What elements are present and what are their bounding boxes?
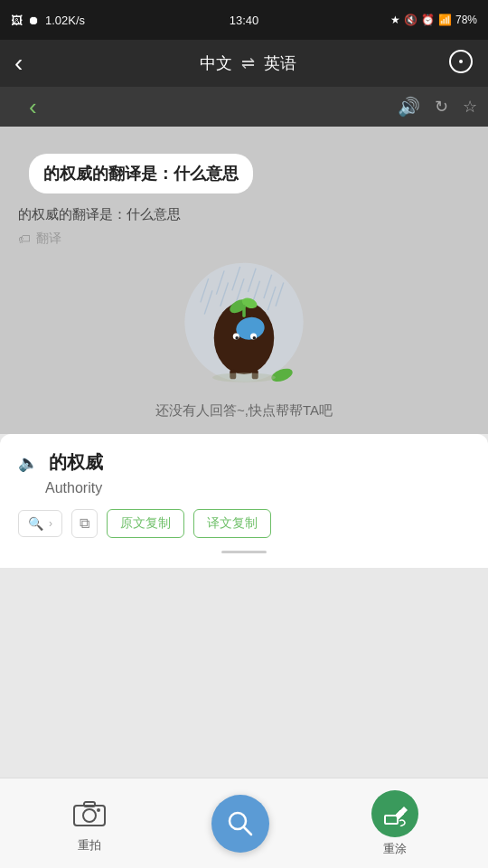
sub-nav-actions: 🔊 ↻ ☆ — [398, 96, 477, 118]
translation-original: 的权威 — [49, 450, 103, 475]
translation-meaning: Authority — [45, 480, 470, 496]
wifi-icon: 📶 — [438, 14, 452, 26]
retake-label: 重拍 — [78, 837, 101, 854]
trans-copy-button[interactable]: 译文复制 — [193, 509, 271, 538]
speaker-icon[interactable]: 🔊 — [398, 96, 420, 118]
retake-icon-wrap — [70, 794, 109, 834]
mute-icon: 🔇 — [404, 14, 418, 26]
empty-text: 还没有人回答~,快点帮帮TA吧 — [155, 402, 333, 420]
svg-point-28 — [83, 809, 96, 822]
svg-point-24 — [253, 336, 257, 340]
original-copy-button[interactable]: 原文复制 — [107, 509, 184, 538]
svg-rect-18 — [242, 305, 246, 317]
svg-rect-29 — [84, 802, 95, 807]
battery-level: 78% — [455, 14, 477, 26]
main-search-button[interactable] — [211, 795, 269, 853]
title-arrow: ⇌ — [241, 53, 255, 73]
card-divider — [221, 551, 267, 553]
back-button[interactable]: ‹ — [14, 49, 47, 78]
bluetooth-icon: ★ — [390, 14, 400, 26]
question-bubble: 的权威的翻译是：什么意思 — [29, 154, 253, 193]
status-bar: 🖼 ⏺ 1.02K/s 13:40 ★ 🔇 ⏰ 📶 78% — [0, 0, 488, 40]
bottom-bar: 重拍 重涂 — [0, 778, 488, 868]
camera-icon — [73, 800, 106, 827]
question-title: 的权威的翻译是：什么意思 — [43, 163, 239, 184]
tag-text: 翻译 — [36, 231, 61, 247]
menu-button[interactable] — [448, 49, 474, 79]
sub-nav-back[interactable]: ‹ — [29, 93, 37, 121]
redraw-area: 重涂 — [371, 790, 418, 857]
tag-icon: 🏷 — [18, 231, 31, 246]
status-left: 🖼 ⏺ 1.02K/s — [11, 14, 85, 27]
svg-point-30 — [97, 808, 100, 812]
illustration-svg — [154, 235, 334, 393]
svg-rect-33 — [385, 816, 398, 824]
nav-title: 中文 ⇌ 英语 — [200, 52, 296, 74]
title-english: 英语 — [264, 52, 296, 74]
svg-point-23 — [235, 336, 239, 340]
redraw-icon — [382, 801, 408, 826]
status-time: 13:40 — [230, 14, 259, 27]
search-arrow-icon: › — [49, 517, 52, 530]
status-right: ★ 🔇 ⏰ 📶 78% — [390, 14, 477, 26]
translation-header: 🔈 的权威 — [18, 450, 470, 475]
translation-card: 🔈 的权威 Authority 🔍 › ⧉ 原文复制 译文复制 — [0, 434, 488, 568]
copy-icon-button[interactable]: ⧉ — [71, 509, 98, 538]
svg-point-1 — [459, 60, 463, 63]
redraw-label: 重涂 — [383, 841, 407, 857]
sub-nav: ‹ 🔊 ↻ ☆ — [0, 87, 488, 127]
nav-bar: ‹ 中文 ⇌ 英语 — [0, 40, 488, 87]
network-speed: 1.02K/s — [45, 14, 85, 27]
gallery-icon: 🖼 — [11, 14, 23, 27]
retake-button[interactable]: 重拍 — [70, 794, 109, 854]
illustration-area: 还没有人回答~,快点帮帮TA吧 — [0, 217, 488, 434]
trans-speaker-icon[interactable]: 🔈 — [18, 453, 38, 473]
svg-point-26 — [212, 373, 276, 382]
svg-line-32 — [244, 827, 251, 835]
search-icon: 🔍 — [28, 516, 43, 531]
title-chinese: 中文 — [200, 52, 232, 74]
search-circle-icon — [226, 809, 255, 838]
alarm-icon: ⏰ — [421, 14, 435, 26]
refresh-icon[interactable]: ↻ — [435, 97, 448, 117]
record-icon: ⏺ — [28, 14, 40, 27]
translation-actions: 🔍 › ⧉ 原文复制 译文复制 — [18, 509, 470, 538]
question-area: 的权威的翻译是：什么意思 的权威的翻译是：什么意思 🏷 翻译 — [0, 127, 488, 217]
redraw-button[interactable] — [371, 790, 418, 837]
copy-icon: ⧉ — [80, 515, 89, 531]
search-button[interactable]: 🔍 › — [18, 510, 62, 537]
star-icon[interactable]: ☆ — [463, 97, 477, 117]
